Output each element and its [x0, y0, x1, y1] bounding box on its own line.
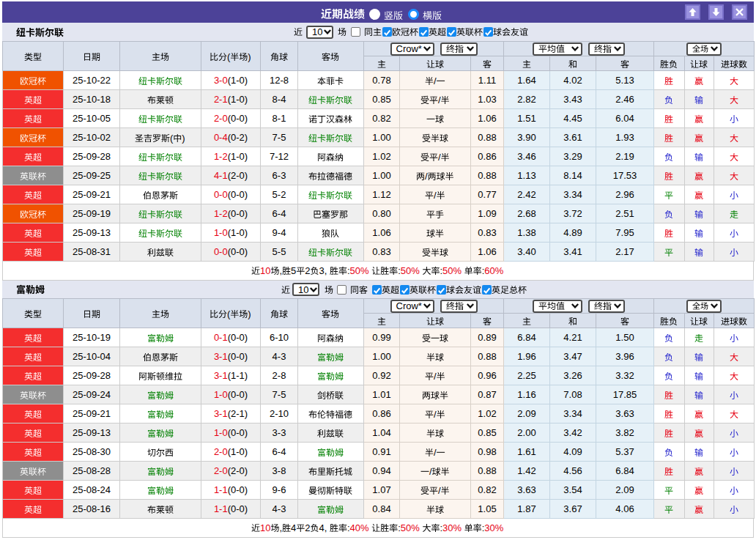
svg-text:,: , — [280, 265, 283, 276]
svg-text:30%: 30% — [442, 522, 462, 533]
svg-text:50%: 50% — [350, 265, 369, 276]
svg-text:50%: 50% — [401, 265, 420, 276]
svg-text:2: 2 — [305, 265, 310, 276]
svg-text:(: ( — [227, 308, 231, 319]
svg-text:/: / — [434, 371, 437, 382]
svg-text:/: / — [434, 75, 437, 86]
svg-text:/: / — [434, 447, 437, 458]
svg-text:30%: 30% — [484, 522, 503, 533]
svg-text:/: / — [434, 409, 437, 420]
svg-text:60%: 60% — [484, 265, 503, 276]
svg-text:/: / — [434, 190, 437, 201]
svg-text:/: / — [425, 171, 428, 182]
svg-text:/: / — [438, 485, 441, 496]
svg-text:,: , — [280, 522, 283, 533]
svg-text:3,: 3, — [319, 265, 327, 276]
svg-text:2: 2 — [305, 522, 310, 533]
svg-text:): ) — [248, 308, 251, 319]
svg-text:/: / — [429, 466, 432, 477]
svg-text:): ) — [248, 51, 251, 62]
svg-text:50%: 50% — [442, 265, 462, 276]
svg-text:/: / — [438, 152, 441, 163]
svg-text:/: / — [438, 95, 441, 106]
svg-text:5: 5 — [291, 265, 296, 276]
svg-text:(: ( — [170, 133, 174, 144]
svg-text:10: 10 — [260, 522, 270, 533]
svg-text:40%: 40% — [350, 522, 369, 533]
svg-text:4,: 4, — [319, 522, 327, 533]
svg-text:(: ( — [227, 51, 231, 62]
svg-text:): ) — [182, 133, 185, 144]
svg-text:10: 10 — [260, 265, 270, 276]
svg-text:50%: 50% — [401, 522, 420, 533]
svg-text:4: 4 — [291, 522, 296, 533]
